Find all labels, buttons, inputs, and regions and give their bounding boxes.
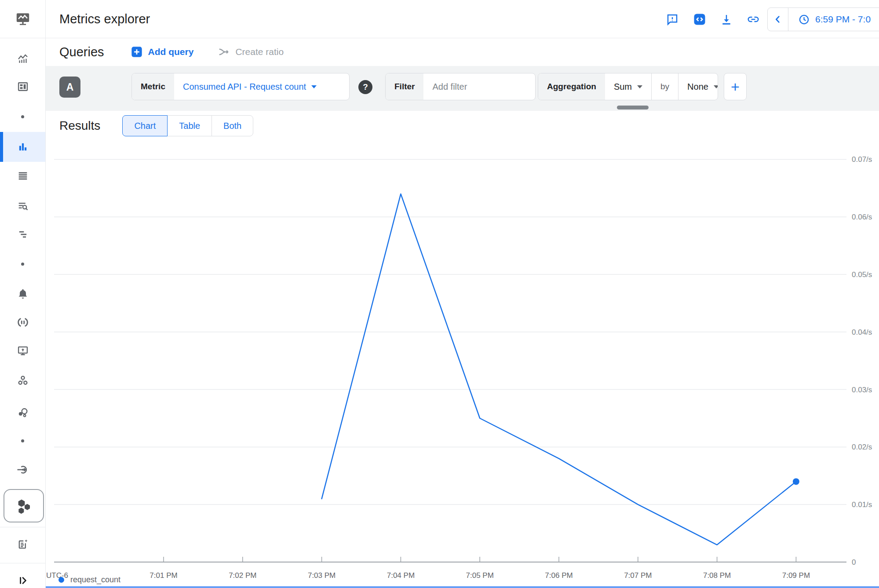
alerting-bell-icon: [17, 288, 29, 300]
by-label: by: [651, 73, 678, 100]
chevron-down-icon: [637, 85, 642, 88]
collapsed-dot-icon: [21, 263, 24, 266]
metric-value: Consumed API - Request count: [183, 82, 306, 92]
metric-selector[interactable]: Consumed API - Request count: [174, 73, 325, 100]
sidebar-divider: [0, 527, 45, 527]
release-notes-icon: [17, 538, 29, 550]
metrics-list-icon: [17, 170, 29, 182]
probe-target-icon: [16, 463, 29, 476]
chevron-down-icon: [714, 85, 718, 88]
sidebar-item-collapsed-2[interactable]: [0, 252, 45, 276]
sidebar-item-integrations[interactable]: [0, 400, 45, 425]
svg-text:0.06/s: 0.06/s: [852, 213, 872, 221]
legend-color-dot: [58, 577, 64, 583]
filter-label: Filter: [386, 73, 423, 100]
svg-text:0.03/s: 0.03/s: [852, 386, 872, 394]
sidebar-item-probe[interactable]: [0, 457, 45, 482]
aggregation-value: Sum: [614, 82, 632, 92]
time-range-button[interactable]: 6:59 PM - 7:0: [788, 8, 871, 31]
aggregation-label: Aggregation: [538, 73, 605, 100]
sidebar-item-screen-share[interactable]: [0, 338, 45, 363]
sidebar-item-uptime[interactable]: [0, 310, 45, 335]
groups-icon: [17, 374, 29, 387]
tab-both[interactable]: Both: [212, 115, 253, 136]
svg-text:7:09 PM: 7:09 PM: [782, 571, 810, 580]
group-by-selector[interactable]: None: [678, 73, 718, 100]
plus-square-icon: [131, 46, 143, 58]
metrics-explorer-icon: [17, 141, 29, 153]
product-logo-cell[interactable]: [0, 0, 46, 38]
filter-placeholder: Add filter: [432, 82, 467, 92]
sidebar-item-overview[interactable]: [0, 46, 45, 71]
collapsed-dot-icon: [21, 115, 24, 118]
sidebar-item-groups[interactable]: [0, 368, 45, 393]
sidebar-expand-button[interactable]: [0, 568, 45, 588]
link-icon[interactable]: [747, 13, 760, 26]
time-range-selector: 6:59 PM - 7:0: [767, 7, 879, 31]
svg-text:7:06 PM: 7:06 PM: [545, 571, 573, 580]
bottom-scroll-indicator: [45, 586, 879, 588]
log-search-icon: [17, 200, 29, 212]
svg-text:0.02/s: 0.02/s: [852, 443, 872, 451]
sidebar-item-metrics-list[interactable]: [0, 164, 45, 188]
expand-panel-icon: [17, 575, 29, 586]
svg-text:7:01 PM: 7:01 PM: [150, 571, 177, 580]
left-nav: [0, 38, 46, 588]
chart-canvas: 0.07/s0.06/s0.05/s0.04/s0.03/s0.02/s0.01…: [45, 141, 879, 588]
hexagons-gke-icon: [14, 497, 33, 515]
metric-help-icon[interactable]: ?: [358, 80, 372, 94]
selected-indicator: [0, 132, 3, 162]
sidebar-item-metrics-explorer[interactable]: [0, 132, 45, 162]
code-icon[interactable]: [693, 13, 706, 26]
chevron-left-icon[interactable]: [768, 8, 788, 31]
queries-heading: Queries: [59, 45, 104, 59]
svg-text:7:07 PM: 7:07 PM: [624, 571, 652, 580]
monitoring-overview-icon: [16, 52, 29, 65]
svg-text:0.01/s: 0.01/s: [852, 500, 872, 509]
trace-spans-icon: [17, 228, 29, 241]
svg-text:0.04/s: 0.04/s: [852, 328, 872, 336]
svg-text:0.05/s: 0.05/s: [852, 270, 872, 279]
tab-table[interactable]: Table: [167, 115, 212, 136]
sidebar-item-log-search[interactable]: [0, 194, 45, 218]
sidebar-item-hexagons[interactable]: [4, 489, 44, 522]
page-title: Metrics explorer: [59, 0, 150, 38]
create-ratio-button[interactable]: Create ratio: [218, 45, 284, 58]
group-by-value: None: [687, 82, 708, 92]
add-query-label: Add query: [148, 47, 194, 57]
integrations-icon: [17, 406, 29, 419]
aggregation-selector[interactable]: Sum: [605, 73, 651, 100]
sidebar-item-collapsed-3[interactable]: [0, 428, 45, 453]
collapsed-dot-icon: [21, 439, 24, 442]
sidebar-item-release-notes[interactable]: [0, 532, 45, 556]
sidebar-divider: [0, 563, 45, 563]
time-range-text: 6:59 PM - 7:0: [815, 14, 871, 25]
download-icon[interactable]: [720, 13, 733, 26]
monitoring-logo-icon: [15, 11, 31, 26]
query-builder-strip: A Metric Consumed API - Request count ? …: [45, 66, 879, 111]
filter-input[interactable]: Add filter: [423, 73, 535, 100]
timeseries-chart[interactable]: 0.07/s0.06/s0.05/s0.04/s0.03/s0.02/s0.01…: [45, 141, 879, 588]
results-view-toggle: Chart Table Both: [122, 115, 253, 136]
sidebar-item-alerting[interactable]: [0, 281, 45, 306]
legend-item-request-count[interactable]: request_count: [58, 575, 120, 584]
add-query-button[interactable]: Add query: [131, 46, 194, 58]
svg-text:7:08 PM: 7:08 PM: [703, 571, 731, 580]
aggregation-pill: Aggregation Sum by None: [538, 73, 718, 100]
sidebar-item-collapsed-1[interactable]: [0, 104, 45, 129]
merge-arrows-icon: [218, 45, 231, 58]
resize-drag-handle[interactable]: [617, 106, 649, 110]
metric-label: Metric: [132, 73, 174, 100]
svg-text:7:02 PM: 7:02 PM: [229, 571, 256, 580]
tab-chart[interactable]: Chart: [122, 115, 168, 136]
uptime-checks-icon: [17, 316, 29, 329]
svg-text:7:04 PM: 7:04 PM: [387, 571, 415, 580]
sidebar-item-dashboards[interactable]: [0, 74, 45, 99]
add-aggregation-button[interactable]: +: [724, 73, 747, 100]
filter-pill: Filter Add filter: [385, 73, 536, 100]
feedback-icon[interactable]: [666, 13, 679, 26]
metric-pill: Metric Consumed API - Request count: [131, 73, 350, 100]
screen-share-icon: [17, 344, 29, 357]
sidebar-item-trace[interactable]: [0, 222, 45, 247]
query-letter-badge: A: [59, 77, 80, 98]
